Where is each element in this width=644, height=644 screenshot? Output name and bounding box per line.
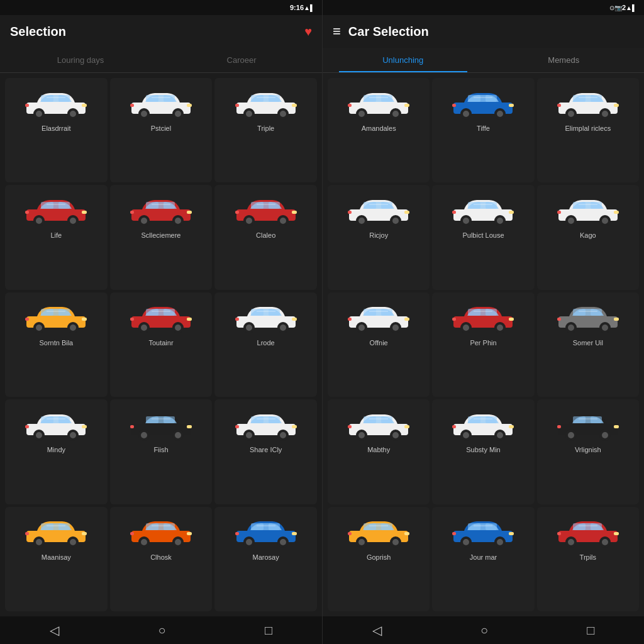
- right-car-label-5: Kago: [580, 231, 596, 240]
- svg-rect-52: [269, 202, 280, 209]
- list-item[interactable]: Goprish: [328, 507, 430, 611]
- svg-rect-218: [348, 318, 352, 321]
- svg-rect-161: [468, 95, 480, 102]
- right-car-image-11: [540, 404, 636, 442]
- list-item[interactable]: Mabthy: [328, 399, 430, 504]
- list-item[interactable]: Jour mar: [432, 507, 534, 611]
- right-car-label-3: Ricjoy: [369, 231, 388, 240]
- svg-point-54: [246, 218, 252, 224]
- list-item[interactable]: Ricjoy: [328, 185, 430, 289]
- svg-point-254: [463, 432, 469, 438]
- right-recents-btn[interactable]: □: [577, 621, 604, 640]
- right-location-icon: ⊙: [609, 4, 614, 11]
- svg-rect-68: [25, 318, 29, 321]
- left-car-grid: Elasdrrait Pstciel: [0, 73, 322, 616]
- svg-point-114: [246, 432, 252, 438]
- list-item[interactable]: Triple: [214, 78, 317, 182]
- list-item[interactable]: Kago: [537, 185, 639, 289]
- list-item[interactable]: Amandales: [328, 78, 430, 182]
- list-item[interactable]: Sorntn Bila: [5, 292, 108, 397]
- right-home-btn[interactable]: ○: [470, 621, 498, 640]
- list-item[interactable]: Maanisay: [5, 507, 108, 611]
- svg-rect-227: [509, 318, 514, 321]
- list-item[interactable]: Pulbict Louse: [432, 185, 534, 289]
- left-favorite-icon[interactable]: ♥: [304, 25, 312, 39]
- svg-rect-208: [557, 211, 561, 214]
- list-item[interactable]: Pstciel: [110, 78, 213, 182]
- svg-rect-17: [187, 104, 192, 107]
- svg-rect-251: [468, 416, 480, 423]
- svg-rect-122: [58, 523, 70, 530]
- car-label-2: Triple: [257, 125, 274, 133]
- left-signal-icon: ▲▌: [304, 4, 314, 11]
- svg-rect-57: [292, 211, 297, 214]
- svg-point-134: [141, 539, 147, 545]
- car-label-7: Toutainr: [148, 339, 173, 347]
- car-label-0: Elasdrrait: [42, 125, 70, 133]
- car-image-10: [113, 404, 210, 442]
- right-header: ≡ Car Selection: [323, 15, 644, 48]
- list-item[interactable]: Clhosk: [110, 507, 213, 611]
- right-car-image-4: [435, 190, 531, 228]
- svg-rect-211: [364, 309, 376, 316]
- car-image-9: [8, 404, 105, 442]
- car-label-14: Marosay: [253, 553, 279, 562]
- svg-rect-82: [269, 309, 280, 316]
- svg-point-24: [246, 111, 252, 117]
- svg-point-186: [392, 218, 399, 224]
- list-item[interactable]: Share ICly: [214, 399, 317, 504]
- svg-rect-237: [614, 318, 619, 321]
- list-item[interactable]: Substy Min: [432, 399, 534, 504]
- svg-rect-297: [614, 532, 619, 535]
- list-item[interactable]: Offnie: [328, 292, 430, 397]
- list-item[interactable]: Elasdrrait: [5, 78, 108, 182]
- svg-rect-201: [573, 202, 586, 209]
- left-recents-btn[interactable]: □: [255, 621, 282, 640]
- svg-rect-28: [235, 104, 239, 107]
- right-menu-icon[interactable]: ≡: [333, 23, 341, 40]
- svg-point-234: [568, 325, 574, 331]
- right-tab-2[interactable]: Memeds: [484, 48, 645, 72]
- svg-point-266: [602, 432, 608, 438]
- list-item[interactable]: Sclleciemere: [110, 185, 213, 289]
- svg-rect-92: [58, 416, 70, 423]
- svg-point-184: [358, 218, 365, 224]
- svg-rect-192: [486, 202, 497, 209]
- car-image-1: [113, 83, 210, 121]
- right-tab-1[interactable]: Unlunching: [323, 48, 484, 72]
- svg-rect-187: [404, 211, 409, 214]
- svg-point-164: [463, 111, 469, 117]
- left-back-btn[interactable]: ◁: [40, 620, 69, 640]
- list-item[interactable]: Mindy: [5, 399, 108, 504]
- list-item[interactable]: Per Phin: [432, 292, 534, 397]
- list-item[interactable]: Lrode: [214, 292, 317, 397]
- list-item[interactable]: Claleo: [214, 185, 317, 289]
- svg-rect-18: [130, 104, 134, 107]
- car-label-3: Life: [50, 231, 62, 240]
- list-item[interactable]: Somer Uil: [537, 292, 639, 397]
- right-back-btn[interactable]: ◁: [362, 620, 392, 640]
- svg-rect-131: [146, 523, 158, 530]
- svg-rect-147: [292, 532, 297, 535]
- svg-point-296: [602, 539, 608, 545]
- list-item[interactable]: Marosay: [214, 507, 317, 611]
- svg-point-206: [602, 218, 608, 224]
- left-home-btn[interactable]: ○: [148, 621, 175, 640]
- left-tab-2[interactable]: Caroeer: [161, 48, 322, 72]
- svg-point-84: [246, 325, 252, 331]
- list-item[interactable]: Fiish: [110, 399, 213, 504]
- svg-rect-207: [614, 211, 619, 214]
- left-tab-1[interactable]: Louring days: [0, 48, 161, 72]
- car-image-6: [8, 297, 105, 335]
- car-image-4: [113, 190, 210, 228]
- list-item[interactable]: Life: [5, 185, 108, 289]
- list-item[interactable]: Trpils: [537, 507, 639, 611]
- svg-rect-197: [509, 211, 514, 214]
- list-item[interactable]: Tiffe: [432, 78, 534, 182]
- list-item[interactable]: Elimplal riclecs: [537, 78, 639, 182]
- list-item[interactable]: Vrlignish: [537, 399, 639, 504]
- svg-rect-48: [130, 211, 134, 214]
- svg-point-126: [70, 539, 76, 545]
- list-item[interactable]: Toutainr: [110, 292, 213, 397]
- svg-rect-178: [557, 104, 561, 107]
